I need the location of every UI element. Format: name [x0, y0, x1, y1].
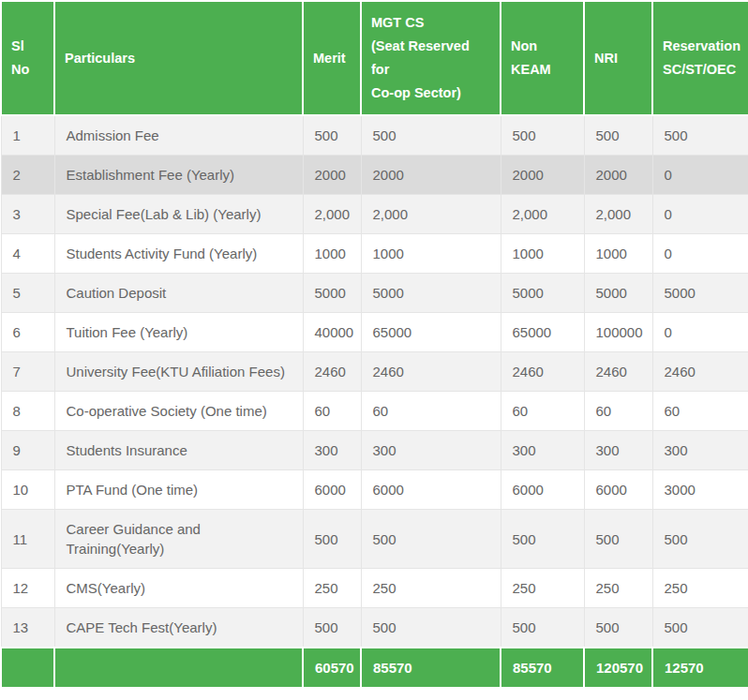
cell-mgt-cs: 300	[361, 431, 501, 470]
cell-sl-no: 5	[1, 274, 54, 313]
cell-non-keam: 300	[501, 431, 584, 470]
cell-nri: 2,000	[584, 195, 652, 234]
column-header-mgt-cs: MGT CS (Seat Reserved for Co-op Sector)	[361, 1, 501, 115]
cell-nri: 2000	[584, 156, 652, 195]
cell-merit: 500	[303, 510, 361, 569]
cell-sl-no: 13	[1, 608, 54, 648]
cell-nri: 1000	[584, 234, 652, 274]
cell-sl-no: 6	[1, 313, 54, 352]
totals-sl-no-cell	[1, 648, 54, 688]
cell-reservation: 0	[652, 234, 748, 274]
cell-merit: 2000	[303, 156, 361, 195]
cell-mgt-cs: 65000	[361, 313, 501, 352]
cell-nri: 300	[584, 431, 652, 470]
cell-non-keam: 60	[501, 392, 584, 431]
cell-non-keam: 6000	[501, 470, 584, 510]
cell-nri: 2460	[584, 352, 652, 392]
cell-mgt-cs: 1000	[361, 234, 501, 274]
table-row: 7University Fee(KTU Afiliation Fees)2460…	[1, 352, 748, 392]
cell-mgt-cs: 250	[361, 569, 501, 608]
table-row: 9Students Insurance300300300300300	[1, 431, 748, 470]
cell-particulars: Caution Deposit	[54, 274, 303, 313]
cell-mgt-cs: 500	[361, 608, 501, 648]
table-footer: 60570 85570 85570 120570 12570	[1, 648, 748, 688]
cell-nri: 250	[584, 569, 652, 608]
cell-sl-no: 4	[1, 234, 54, 274]
table-body: 1Admission Fee5005005005005002Establishm…	[1, 115, 748, 648]
cell-reservation: 0	[652, 313, 748, 352]
cell-non-keam: 500	[501, 608, 584, 648]
cell-sl-no: 9	[1, 431, 54, 470]
cell-sl-no: 10	[1, 470, 54, 510]
totals-merit-cell: 60570	[303, 648, 361, 688]
fee-structure-page: Sl No Particulars Merit MGT CS (Seat Res…	[0, 0, 748, 689]
cell-reservation: 500	[652, 510, 748, 569]
table-row: 12CMS(Yearly)250250250250250	[1, 569, 748, 608]
cell-nri: 60	[584, 392, 652, 431]
cell-nri: 6000	[584, 470, 652, 510]
cell-reservation: 60	[652, 392, 748, 431]
header-row: Sl No Particulars Merit MGT CS (Seat Res…	[1, 1, 748, 115]
cell-sl-no: 12	[1, 569, 54, 608]
cell-nri: 500	[584, 510, 652, 569]
cell-particulars: Co-operative Society (One time)	[54, 392, 303, 431]
cell-particulars: University Fee(KTU Afiliation Fees)	[54, 352, 303, 392]
totals-reservation-cell: 12570	[652, 648, 748, 688]
cell-merit: 2460	[303, 352, 361, 392]
column-header-merit: Merit	[303, 1, 361, 115]
cell-mgt-cs: 5000	[361, 274, 501, 313]
cell-reservation: 500	[652, 115, 748, 156]
cell-sl-no: 3	[1, 195, 54, 234]
cell-merit: 250	[303, 569, 361, 608]
cell-particulars: CMS(Yearly)	[54, 569, 303, 608]
cell-merit: 40000	[303, 313, 361, 352]
cell-reservation: 0	[652, 195, 748, 234]
table-header: Sl No Particulars Merit MGT CS (Seat Res…	[1, 1, 748, 115]
table-row: 10PTA Fund (One time)6000600060006000300…	[1, 470, 748, 510]
cell-particulars: Career Guidance and Training(Yearly)	[54, 510, 303, 569]
cell-mgt-cs: 500	[361, 510, 501, 569]
cell-reservation: 0	[652, 156, 748, 195]
cell-non-keam: 65000	[501, 313, 584, 352]
cell-sl-no: 7	[1, 352, 54, 392]
cell-sl-no: 2	[1, 156, 54, 195]
column-header-particulars: Particulars	[54, 1, 303, 115]
column-header-nri: NRI	[584, 1, 652, 115]
cell-mgt-cs: 500	[361, 115, 501, 156]
cell-particulars: PTA Fund (One time)	[54, 470, 303, 510]
column-header-sl-no: Sl No	[1, 1, 54, 115]
table-row: 4Students Activity Fund (Yearly)10001000…	[1, 234, 748, 274]
totals-non-keam-cell: 85570	[501, 648, 584, 688]
cell-non-keam: 2460	[501, 352, 584, 392]
cell-reservation: 2460	[652, 352, 748, 392]
cell-sl-no: 11	[1, 510, 54, 569]
table-row: 1Admission Fee500500500500500	[1, 115, 748, 156]
cell-merit: 60	[303, 392, 361, 431]
cell-non-keam: 2,000	[501, 195, 584, 234]
cell-merit: 1000	[303, 234, 361, 274]
totals-mgt-cs-cell: 85570	[361, 648, 501, 688]
cell-nri: 500	[584, 115, 652, 156]
cell-particulars: Establishment Fee (Yearly)	[54, 156, 303, 195]
cell-nri: 500	[584, 608, 652, 648]
cell-non-keam: 2000	[501, 156, 584, 195]
table-row: 5Caution Deposit50005000500050005000	[1, 274, 748, 313]
cell-mgt-cs: 2460	[361, 352, 501, 392]
table-row: 13CAPE Tech Fest(Yearly)500500500500500	[1, 608, 748, 648]
cell-nri: 5000	[584, 274, 652, 313]
cell-sl-no: 1	[1, 115, 54, 156]
table-row: 2Establishment Fee (Yearly)2000200020002…	[1, 156, 748, 195]
cell-mgt-cs: 60	[361, 392, 501, 431]
cell-mgt-cs: 6000	[361, 470, 501, 510]
table-row: 8Co-operative Society (One time)60606060…	[1, 392, 748, 431]
cell-reservation: 500	[652, 608, 748, 648]
column-header-reservation: Reservation SC/ST/OEC	[652, 1, 748, 115]
cell-mgt-cs: 2000	[361, 156, 501, 195]
cell-merit: 500	[303, 115, 361, 156]
cell-merit: 6000	[303, 470, 361, 510]
table-row: 11Career Guidance and Training(Yearly)50…	[1, 510, 748, 569]
cell-nri: 100000	[584, 313, 652, 352]
cell-mgt-cs: 2,000	[361, 195, 501, 234]
cell-particulars: Special Fee(Lab & Lib) (Yearly)	[54, 195, 303, 234]
totals-row: 60570 85570 85570 120570 12570	[1, 648, 748, 688]
